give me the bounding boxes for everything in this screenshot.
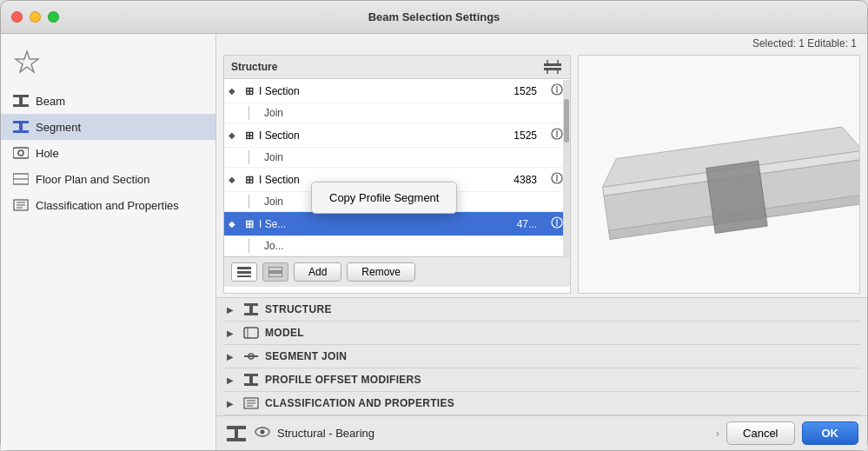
tree-row-1[interactable]: ◆ ⊞ I Section 1525 [224,79,570,103]
svg-point-61 [261,430,265,434]
tree-subrow-1: Join [224,103,570,123]
sidebar: Beam Segment [1,34,216,450]
preview-panel [578,55,860,294]
sidebar-item-segment[interactable]: Segment [1,114,215,140]
svg-rect-3 [13,104,29,107]
expand-icon-1: ◆ [224,86,240,96]
sub-indent-4 [248,239,261,253]
sub-label-1: Join [264,107,283,119]
sidebar-floor-plan-label: Floor Plan and Section [36,173,150,186]
tree-header: Structure [224,56,570,79]
section-icon-1: ⊞ [240,85,259,97]
detail-view-button[interactable] [262,262,288,282]
row-label-4: I Se... [259,218,500,230]
sub-indent-3 [248,195,261,209]
row-value-1: 1525 [500,85,544,97]
tree-panel: Structure [223,55,571,294]
title-bar: Beam Selection Settings [1,1,867,34]
star-icon [11,46,43,77]
structural-icon [225,425,248,442]
sub-indent-1 [248,106,261,120]
maximize-button[interactable] [48,11,59,23]
collapsible-arrow-segment-join: ▶ [227,352,237,361]
svg-rect-31 [237,271,251,274]
svg-rect-6 [13,130,29,133]
collapsible-row-class-props[interactable]: ▶ CLASSIFICATION AND PROPERTIES [223,392,860,415]
close-button[interactable] [11,11,23,23]
collapsible-row-model[interactable]: ▶ MODEL [223,322,860,345]
collapsible-row-structure[interactable]: ▶ STRUCTURE [223,298,860,322]
chevron-right-icon: › [716,428,719,440]
collapsible-row-profile-offset[interactable]: ▶ PROFILE OFFSET MODIFIERS [223,368,860,392]
cancel-button[interactable]: Cancel [726,421,794,445]
window-controls [11,11,59,23]
svg-rect-43 [244,313,258,315]
sub-label-3: Join [264,196,283,208]
minimize-button[interactable] [30,11,41,23]
svg-rect-44 [249,306,253,313]
sidebar-item-hole[interactable]: Hole [1,140,215,166]
svg-marker-0 [16,51,38,72]
sub-label-2: Join [264,151,283,163]
expand-icon-2: ◆ [224,130,240,140]
sidebar-item-floor-plan[interactable]: Floor Plan and Section [1,166,215,192]
tree-header-icon [535,59,570,75]
profile-offset-coll-icon [242,373,260,387]
svg-rect-2 [13,95,29,97]
sidebar-segment-label: Segment [36,121,81,134]
svg-rect-17 [544,68,561,70]
middle-area: Structure [216,51,867,297]
tree-row-4[interactable]: ◆ ⊞ I Se... 47... [224,212,570,236]
svg-rect-4 [19,97,23,104]
remove-button[interactable]: Remove [347,262,415,282]
tree-subrow-2: Join [224,148,570,168]
svg-rect-8 [13,148,29,158]
expand-icon-4: ◆ [224,219,240,229]
sidebar-item-classification[interactable]: Classification and Properties [1,192,215,218]
svg-rect-45 [244,328,258,338]
svg-rect-58 [227,438,246,441]
expand-icon-3: ◆ [224,175,240,184]
main-window: Beam Selection Settings [0,0,868,451]
collapsible-label-segment-join: SEGMENT JOIN [265,350,347,362]
row-value-4: 47... [500,218,544,230]
row-value-2: 1525 [500,129,544,142]
sidebar-item-beam[interactable]: Beam [1,88,215,114]
svg-rect-5 [13,121,29,123]
svg-rect-7 [19,123,23,130]
sidebar-icon-area [1,41,215,88]
copy-profile-segment-menuitem[interactable]: Copy Profile Segment [312,186,456,209]
bottom-bar: Structural - Bearing › Cancel OK [216,415,867,450]
floor-plan-icon [13,171,29,187]
hole-icon [13,145,29,161]
svg-rect-34 [268,273,282,277]
collapsible-arrow-class-props: ▶ [227,399,237,408]
tree-row-2[interactable]: ◆ ⊞ I Section 1525 [224,123,570,148]
sidebar-classification-label: Classification and Properties [36,199,179,212]
sidebar-hole-label: Hole [36,147,59,160]
list-view-button[interactable] [231,262,257,282]
structure-coll-icon [242,302,260,316]
section-icon-3: ⊞ [240,174,259,186]
sub-label-4: Jo... [264,240,284,252]
collapsible-label-profile-offset: PROFILE OFFSET MODIFIERS [265,374,421,386]
right-panel: Selected: 1 Editable: 1 Structure [216,34,867,450]
tree-subrow-4: Jo... [224,236,570,256]
svg-rect-42 [244,303,258,306]
tree-buttons: Add Remove [224,256,570,287]
collapsible-label-structure: STRUCTURE [265,303,332,315]
class-props-coll-icon [242,396,260,410]
tree-scrollbar[interactable] [563,80,570,258]
structural-label: Structural - Bearing [277,427,709,440]
collapsible-label-class-props: CLASSIFICATION AND PROPERTIES [265,397,454,409]
ok-button[interactable]: OK [802,421,859,445]
sub-indent-2 [248,150,261,164]
beam-preview-svg [579,56,859,293]
sidebar-beam-label: Beam [36,95,65,108]
collapsible-rows: ▶ STRUCTURE ▶ [216,298,867,415]
eye-icon [255,426,270,441]
collapsible-row-segment-join[interactable]: ▶ SEGMENT JOIN [223,345,860,368]
svg-rect-59 [235,429,238,438]
collapsible-arrow-model: ▶ [227,328,237,338]
add-button[interactable]: Add [294,262,341,282]
